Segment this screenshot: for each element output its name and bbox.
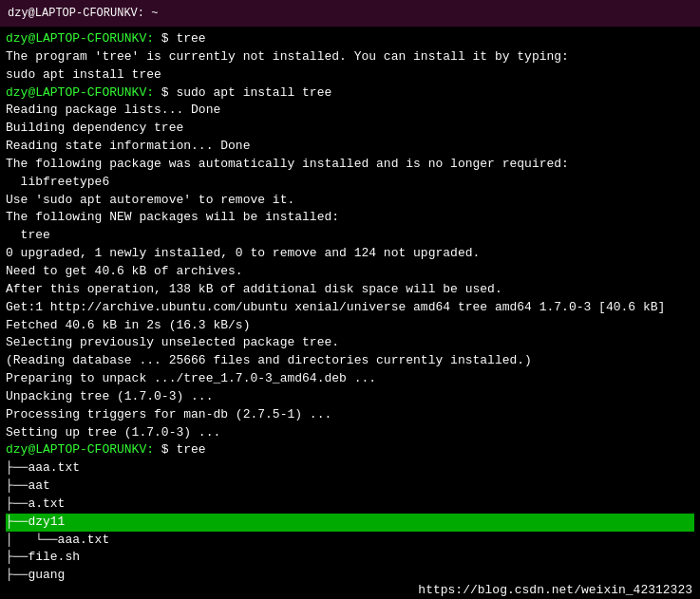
terminal-line: Use 'sudo apt autoremove' to remove it. — [6, 192, 694, 210]
terminal-line: Processing triggers for man-db (2.7.5-1)… — [6, 406, 694, 424]
bottom-bar: https://blog.csdn.net/weixin_42312323 — [0, 581, 700, 599]
terminal-line: The following package was automatically … — [6, 156, 694, 174]
terminal-line: Preparing to unpack .../tree_1.7.0-3_amd… — [6, 370, 694, 388]
terminal-line: Selecting previously unselected package … — [6, 334, 694, 352]
terminal-line: Reading state information... Done — [6, 138, 694, 156]
terminal-line: │ └──aaa.txt — [6, 532, 694, 550]
title-bar: dzy@LAPTOP-CFORUNKV: ~ — [0, 0, 700, 27]
terminal-line: (Reading database ... 25666 files and di… — [6, 352, 694, 370]
terminal-line: dzy@LAPTOP-CFORUNKV: $ tree — [6, 30, 694, 48]
terminal-line: Unpacking tree (1.7.0-3) ... — [6, 388, 694, 406]
terminal-line: tree — [6, 227, 694, 245]
title-bar-text: dzy@LAPTOP-CFORUNKV: ~ — [8, 7, 158, 20]
terminal-line: Need to get 40.6 kB of archives. — [6, 263, 694, 281]
terminal-line: After this operation, 138 kB of addition… — [6, 281, 694, 299]
terminal-line: Setting up tree (1.7.0-3) ... — [6, 424, 694, 442]
terminal-window: dzy@LAPTOP-CFORUNKV: ~ dzy@LAPTOP-CFORUN… — [0, 0, 700, 599]
terminal-line: ├──file.sh — [6, 549, 694, 567]
terminal-line: dzy@LAPTOP-CFORUNKV: $ sudo apt install … — [6, 84, 694, 103]
terminal-line: Get:1 http://archive.ubuntu.com/ubuntu x… — [6, 299, 694, 317]
terminal-body[interactable]: dzy@LAPTOP-CFORUNKV: $ treeThe program '… — [0, 27, 700, 581]
terminal-line: dzy@LAPTOP-CFORUNKV: $ tree — [6, 441, 694, 459]
terminal-line: Reading package lists... Done — [6, 102, 694, 120]
url-text: https://blog.csdn.net/weixin_42312323 — [418, 583, 692, 597]
terminal-line: ├──aat — [6, 477, 694, 496]
terminal-line: libfreetype6 — [6, 174, 694, 192]
terminal-line: ├──guang — [6, 567, 694, 581]
terminal-line: ├──dzy11 — [6, 514, 694, 532]
terminal-line: The program 'tree' is currently not inst… — [6, 48, 694, 66]
terminal-line: Building dependency tree — [6, 120, 694, 138]
terminal-line: The following NEW packages will be insta… — [6, 209, 694, 227]
terminal-line: ├──aaa.txt — [6, 459, 694, 477]
terminal-line: Fetched 40.6 kB in 2s (16.3 kB/s) — [6, 317, 694, 335]
terminal-line: sudo apt install tree — [6, 66, 694, 84]
terminal-line: ├──a.txt — [6, 496, 694, 514]
terminal-line: 0 upgraded, 1 newly installed, 0 to remo… — [6, 245, 694, 263]
